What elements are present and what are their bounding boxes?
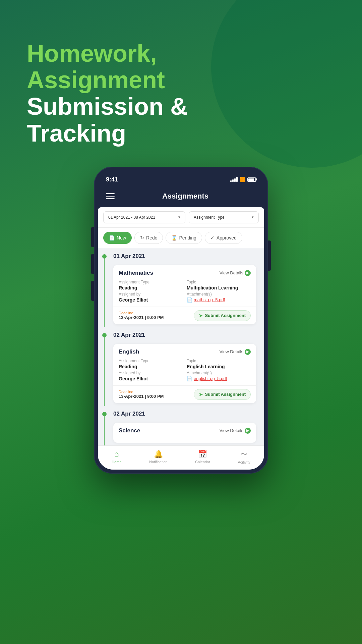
phone-screen: 01 Apr 2021 - 08 Apr 2021 ▾ Assignment T…	[98, 207, 264, 470]
hero-line1: Homework, Assignment	[27, 40, 261, 93]
card-grid-math: Assignment Type Reading Topic Multiplica…	[119, 280, 251, 307]
filter-bar: 01 Apr 2021 - 08 Apr 2021 ▾ Assignment T…	[98, 207, 264, 228]
hero-section: Homework, Assignment Submission & Tracki…	[27, 40, 261, 147]
deadline-label-math: Deadline	[119, 311, 164, 315]
phone-body: 9:41 📶 Assignments	[94, 167, 268, 474]
view-details-label-math: View Details	[220, 270, 243, 275]
pdf-icon-math: 📄	[187, 297, 192, 303]
attachment-label-math: Attachment(s)	[187, 292, 251, 297]
date-label-1: 01 Apr 2021	[111, 248, 260, 262]
view-details-arrow-english: ▶	[245, 349, 251, 355]
card-header-science: Science View Details ▶	[113, 423, 256, 437]
card-footer-english: Deadline 13-Apr-2021 | 9:00 PM ➤ Submit …	[113, 385, 256, 403]
calendar-label: Calendar	[195, 460, 210, 464]
card-footer-math: Deadline 13-Apr-2021 | 9:00 PM ➤ Submit …	[113, 307, 256, 324]
pdf-icon-english: 📄	[187, 376, 192, 381]
nav-item-calendar[interactable]: 📅 Calendar	[195, 450, 210, 464]
attachment-link-math[interactable]: 📄 maths_pg_5.pdf	[187, 297, 251, 303]
nav-item-home[interactable]: ⌂ Home	[112, 450, 121, 464]
topic-value-math: Multiplication Learning	[187, 285, 251, 290]
topic-field-english: Topic English Learning	[187, 359, 251, 369]
section-content-3: 02 Apr 2021 Science View Details ▶	[111, 406, 264, 445]
new-tab-icon: 📄	[109, 235, 115, 240]
date-range-dropdown[interactable]: 01 Apr 2021 - 08 Apr 2021 ▾	[103, 211, 185, 223]
home-icon: ⌂	[114, 450, 119, 459]
tab-pending-label: Pending	[179, 235, 196, 240]
assignment-card-science: Science View Details ▶	[113, 423, 256, 443]
attachment-name-math: maths_pg_5.pdf	[194, 297, 225, 302]
activity-label: Acitivity	[238, 460, 250, 464]
subject-name-math: Mathematics	[119, 270, 153, 276]
tab-approved-label: Approved	[217, 235, 237, 240]
assignment-type-dropdown[interactable]: Assignment Type ▾	[189, 211, 259, 223]
view-details-arrow-math: ▶	[245, 270, 251, 276]
submit-label-math: Submit Assignment	[205, 313, 246, 318]
home-label: Home	[112, 460, 121, 464]
approved-tab-icon: ✓	[210, 235, 215, 240]
timeline-dot-2	[102, 333, 107, 337]
calendar-icon: 📅	[198, 450, 207, 459]
tab-bar: 📄 New ↻ Redo ⌛ Pending ✓ Approved	[98, 228, 264, 248]
card-body-math: Assignment Type Reading Topic Multiplica…	[113, 280, 256, 307]
view-details-english[interactable]: View Details ▶	[220, 349, 251, 355]
deadline-group-math: Deadline 13-Apr-2021 | 9:00 PM	[119, 311, 164, 320]
card-grid-english: Assignment Type Reading Topic English Le…	[119, 359, 251, 385]
timeline-line-3	[104, 416, 105, 445]
menu-button[interactable]	[106, 193, 115, 199]
status-time: 9:41	[106, 176, 118, 183]
assignment-card-english: English View Details ▶ Assignment Type	[113, 344, 256, 403]
attachment-name-english: english_pg_5.pdf	[194, 376, 227, 381]
topic-label-english: Topic	[187, 359, 251, 363]
timeline-line-2	[104, 337, 105, 406]
date-label-2: 02 Apr 2021	[111, 327, 260, 341]
view-details-math[interactable]: View Details ▶	[220, 270, 251, 276]
submit-btn-math[interactable]: ➤ Submit Assignment	[194, 310, 251, 321]
submit-arrow-icon-english: ➤	[199, 392, 203, 397]
nav-item-notification[interactable]: 🔔 Notification	[149, 450, 167, 464]
content-area: 01 Apr 2021 Mathematics View Details ▶	[98, 248, 264, 445]
assignment-card-math: Mathematics View Details ▶ Assignment Ty…	[113, 265, 256, 324]
deadline-label-english: Deadline	[119, 390, 164, 394]
topic-field-math: Topic Multiplication Learning	[187, 280, 251, 290]
view-details-label-science: View Details	[220, 428, 243, 433]
timeline-dot-1	[102, 254, 107, 259]
timeline-strip-1	[98, 248, 111, 327]
assigned-by-value-math: George Elliot	[119, 297, 183, 303]
status-icons: 📶	[230, 177, 256, 182]
assignment-type-value-math: Reading	[119, 285, 183, 290]
submit-btn-english[interactable]: ➤ Submit Assignment	[194, 389, 251, 400]
view-details-arrow-science: ▶	[245, 428, 251, 434]
card-body-english: Assignment Type Reading Topic English Le…	[113, 359, 256, 385]
nav-item-activity[interactable]: 〜 Acitivity	[238, 450, 250, 464]
header-title: Assignments	[115, 192, 256, 201]
submit-arrow-icon-math: ➤	[199, 313, 203, 318]
pending-tab-icon: ⌛	[171, 235, 177, 240]
tab-approved[interactable]: ✓ Approved	[205, 232, 242, 244]
phone-frame: 9:41 📶 Assignments	[94, 167, 268, 474]
date-section-3: 02 Apr 2021 Science View Details ▶	[98, 406, 264, 445]
section-content-2: 02 Apr 2021 English View Details ▶	[111, 327, 264, 406]
date-section-2: 02 Apr 2021 English View Details ▶	[98, 327, 264, 406]
signal-icon	[230, 177, 238, 182]
assigned-by-field-english: Assigned by George Elliot	[119, 371, 183, 381]
subject-name-english: English	[119, 348, 139, 355]
view-details-science[interactable]: View Details ▶	[220, 428, 251, 434]
tab-new-label: New	[117, 235, 126, 240]
tab-new[interactable]: 📄 New	[103, 232, 132, 244]
notification-icon: 🔔	[154, 450, 163, 459]
deadline-group-english: Deadline 13-Apr-2021 | 9:00 PM	[119, 390, 164, 399]
card-header-math: Mathematics View Details ▶	[113, 265, 256, 280]
tab-redo[interactable]: ↻ Redo	[134, 232, 163, 244]
menu-line-1	[106, 193, 115, 194]
timeline-line-1	[104, 259, 105, 327]
battery-icon	[247, 177, 256, 182]
assigned-by-field-math: Assigned by George Elliot	[119, 292, 183, 303]
tab-redo-label: Redo	[146, 235, 157, 240]
attachment-link-english[interactable]: 📄 english_pg_5.pdf	[187, 376, 251, 381]
assigned-by-value-english: George Elliot	[119, 376, 183, 381]
tab-pending[interactable]: ⌛ Pending	[166, 232, 202, 244]
assigned-by-label-english: Assigned by	[119, 371, 183, 375]
assignment-type-field-math: Assignment Type Reading	[119, 280, 183, 290]
assignment-type-label-english: Assignment Type	[119, 359, 183, 363]
type-filter-label: Assignment Type	[194, 215, 225, 220]
